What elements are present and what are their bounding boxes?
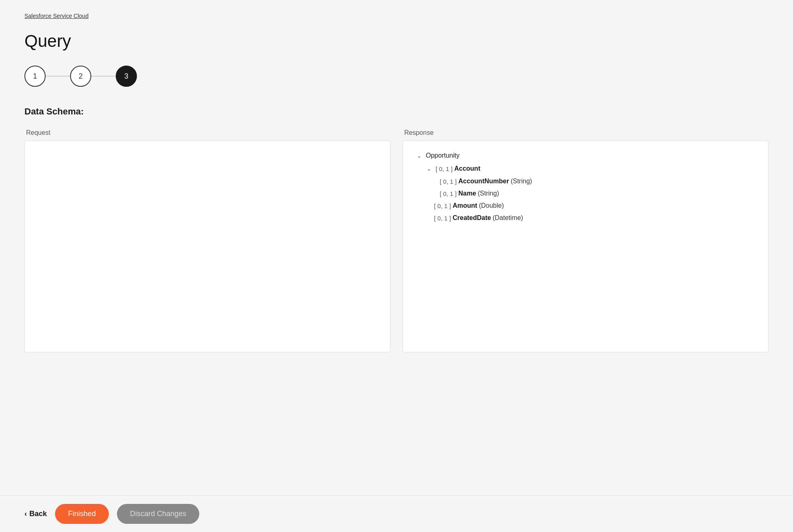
step-3[interactable]: 3 [116,66,137,87]
tree-item-created-date: [ 0, 1 ] CreatedDate (Datetime) [434,212,756,224]
footer-bar: ‹ Back Finished Discard Changes [0,495,793,532]
name-type: (String) [478,190,499,197]
created-date-range: [ 0, 1 ] [434,215,451,222]
tree-item-name: [ 0, 1 ] Name (String) [440,187,756,200]
back-button[interactable]: ‹ Back [24,510,47,518]
step-connector-1 [46,76,70,77]
response-label: Response [403,129,769,136]
data-schema-label: Data Schema: [24,106,769,117]
step-2[interactable]: 2 [70,66,91,87]
amount-type: (Double) [479,202,504,209]
step-1[interactable]: 1 [24,66,46,87]
page-title: Query [24,31,769,51]
page-container: Salesforce Service Cloud Query 1 2 3 Dat… [0,0,793,393]
tree-item-amount: [ 0, 1 ] Amount (Double) [434,200,756,212]
request-panel-wrapper: Request [24,129,390,352]
account-number-field: AccountNumber [458,178,509,185]
opportunity-label: Opportunity [426,152,460,159]
account-number-type: (String) [511,178,532,185]
tree-item-account: ⌄ [ 0, 1 ] Account [425,162,756,175]
name-field: Name [458,190,476,197]
amount-field: Amount [453,202,477,209]
back-label: Back [29,510,47,518]
account-name: Account [454,165,480,172]
amount-range: [ 0, 1 ] [434,202,451,209]
discard-button[interactable]: Discard Changes [117,504,199,524]
step-connector-2 [91,76,116,77]
created-date-type: (Datetime) [493,214,523,222]
chevron-account[interactable]: ⌄ [425,165,433,173]
back-chevron-icon: ‹ [24,510,27,518]
created-date-field: CreatedDate [453,214,491,222]
finished-button[interactable]: Finished [55,504,109,524]
account-number-range: [ 0, 1 ] [440,178,457,185]
name-range: [ 0, 1 ] [440,190,457,197]
request-panel [24,141,390,352]
request-label: Request [24,129,390,136]
stepper: 1 2 3 [24,66,769,87]
response-panel: ⌄ Opportunity ⌄ [ 0, 1 ] Account [ 0, 1 … [403,141,769,352]
tree-item-opportunity: ⌄ Opportunity [415,149,756,162]
schema-section: Request Response ⌄ Opportunity ⌄ [ 0, 1 … [24,129,769,352]
chevron-opportunity[interactable]: ⌄ [415,152,423,160]
account-range: [ 0, 1 ] [436,165,453,172]
tree-item-account-number: [ 0, 1 ] AccountNumber (String) [440,175,756,187]
breadcrumb-link[interactable]: Salesforce Service Cloud [24,13,88,19]
response-panel-wrapper: Response ⌄ Opportunity ⌄ [ 0, 1 ] Accoun… [403,129,769,352]
